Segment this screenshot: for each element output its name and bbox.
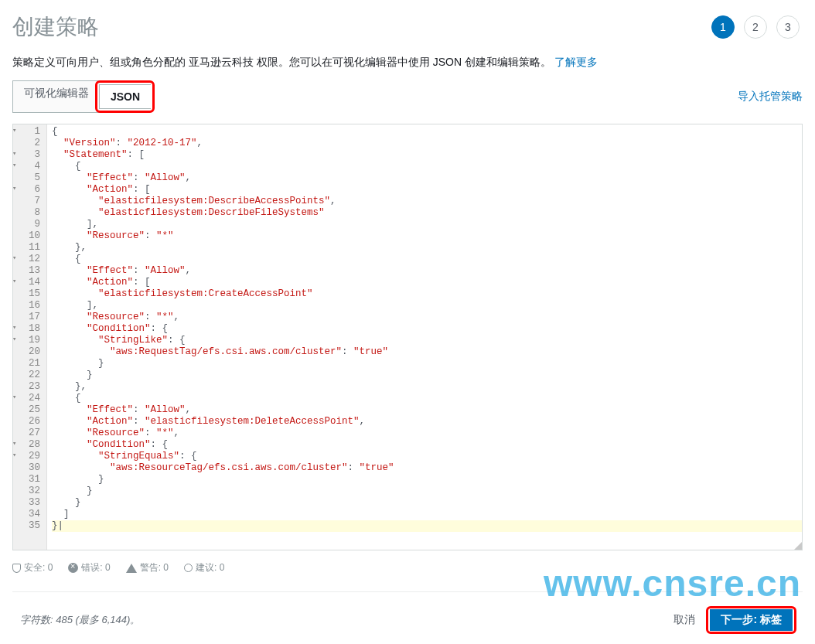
tab-json[interactable]: JSON: [99, 84, 151, 109]
step-3[interactable]: 3: [776, 15, 800, 39]
status-hints: 建议: 0: [184, 561, 224, 574]
error-icon: [68, 563, 78, 573]
status-security: 安全: 0: [12, 561, 53, 574]
status-errors: 错误: 0: [68, 561, 110, 574]
shield-icon: [12, 564, 21, 573]
hint-icon: [184, 564, 193, 572]
code-area[interactable]: { "Version": "2012-10-17", "Statement": …: [47, 124, 802, 550]
next-button[interactable]: 下一步: 标签: [710, 609, 793, 631]
highlight-json-tab: JSON: [95, 80, 155, 113]
json-editor[interactable]: 1234567891011121314151617181920212223242…: [12, 124, 803, 550]
line-gutter: 1234567891011121314151617181920212223242…: [13, 124, 47, 550]
import-managed-policy-link[interactable]: 导入托管策略: [738, 90, 803, 104]
editor-tabs: 可视化编辑器 JSON: [12, 80, 155, 113]
page-title: 创建策略: [12, 12, 99, 42]
warning-icon: [126, 564, 137, 573]
status-warnings: 警告: 0: [126, 561, 169, 574]
learn-more-link[interactable]: 了解更多: [554, 56, 598, 68]
highlight-next-button: 下一步: 标签: [706, 606, 796, 634]
tab-visual-editor[interactable]: 可视化编辑器: [12, 80, 100, 113]
resize-handle-icon[interactable]: [794, 542, 802, 550]
wizard-steps: 1 2 3: [711, 15, 800, 39]
description-text: 策略定义可向用户、组或角色分配的 亚马逊云科技 权限。您可以在可视化编辑器中使用…: [12, 56, 551, 68]
step-2[interactable]: 2: [744, 15, 767, 39]
cancel-button[interactable]: 取消: [673, 613, 695, 627]
description: 策略定义可向用户、组或角色分配的 亚马逊云科技 权限。您可以在可视化编辑器中使用…: [0, 49, 815, 80]
step-1[interactable]: 1: [711, 15, 735, 39]
status-bar: 安全: 0 错误: 0 警告: 0 建议: 0: [0, 555, 815, 581]
char-count: 字符数: 485 (最多 6,144)。: [20, 613, 140, 627]
